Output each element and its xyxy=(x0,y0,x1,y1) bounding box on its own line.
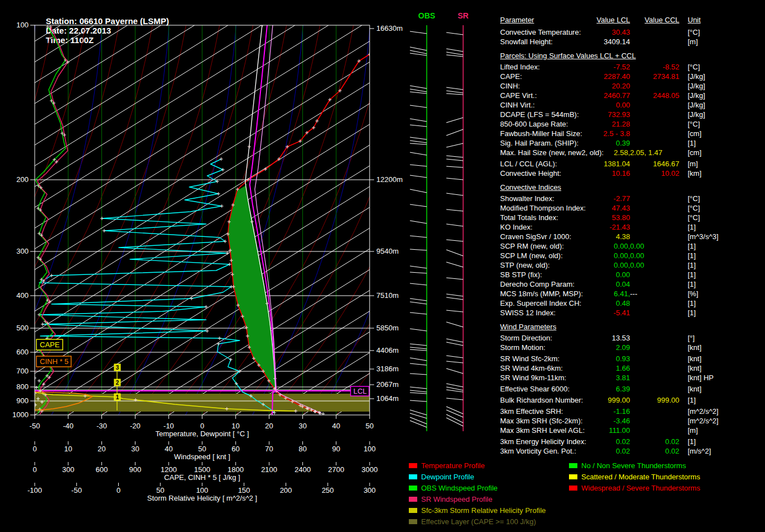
table-cell-unit: [J/kg] xyxy=(679,91,763,100)
table-cell-unit: [1] xyxy=(679,308,763,318)
table-cell-unit: [1] xyxy=(679,270,763,279)
table-cell-unit: [knt] xyxy=(679,384,763,394)
legend-item: OBS Windspeed Profile xyxy=(409,484,498,495)
table-cell-lbl: Max 3km SRH Level AGL: xyxy=(500,426,573,435)
table-row: CAPE Virt.:2460.772448.05[J/kg] xyxy=(500,91,763,100)
svg-text:50: 50 xyxy=(198,445,206,453)
sounding-app-window: Station: 06610 Payerne (LSMP) Date: 22.0… xyxy=(0,0,765,532)
table-cell-v1: 0.00, xyxy=(573,241,630,251)
table-cell-v1: 0.00 xyxy=(573,100,630,110)
svg-text:900: 900 xyxy=(129,465,142,474)
table-cell-v1: -7.52 xyxy=(573,62,630,72)
legend-label: Scattered / Moderate Thunderstorms xyxy=(581,473,700,481)
table-cell-lbl: Snowfall Height: xyxy=(500,37,573,46)
svg-text:250: 250 xyxy=(321,486,334,494)
table-row: CAPE:2287.402734.81[J/kg] xyxy=(500,72,763,81)
table-row: SR Wind 9km-11km:3.81[knt] HP xyxy=(500,373,763,382)
table-cell-v1: 0.48 xyxy=(573,298,630,308)
svg-text:20: 20 xyxy=(265,422,273,430)
table-cell-lbl: Max. Hail Size (new, new2, old): xyxy=(500,148,573,157)
legend-swatch xyxy=(569,463,577,468)
sr-wind-column: SR xyxy=(446,11,469,431)
table-row: Convective Height:10.1610.02[km] xyxy=(500,169,763,178)
table-row: 3km Vorticity Gen. Pot.:0.020.02[m/s^2] xyxy=(500,446,763,456)
table-cell-lbl: Exp. Supercell Index CH: xyxy=(500,298,573,308)
table-cell-unit: [1] xyxy=(679,251,763,260)
table-cell-v1: 30.43 xyxy=(573,27,630,37)
table-cell-unit: [°] xyxy=(679,333,763,343)
table-cell-lbl: SCP RM (new, old): xyxy=(500,241,573,251)
table-cell-v1: -5.41 xyxy=(573,308,630,318)
table-row: Snowfall Height:3409.14[m] xyxy=(500,37,763,46)
table-cell-v1: 0.00, xyxy=(573,251,630,260)
table-cell-v1: 0.02 xyxy=(573,446,630,456)
table-cell-v1: 999.00 xyxy=(573,395,630,405)
table-cell-lbl: 3km Effective SRH: xyxy=(500,407,573,416)
table-cell-v1: 2.09 xyxy=(573,343,630,352)
table-cell-v2: 2734.81 xyxy=(630,72,679,81)
legend-label: SR Windspeed Profile xyxy=(421,495,492,503)
table-cell-lbl: Storm Direction: xyxy=(500,333,573,343)
table-cell-lbl: CINH: xyxy=(500,81,573,91)
table-cell-unit: [°C] xyxy=(679,27,763,37)
table-row: SCP RM (new, old):0.00, 0.00[1] xyxy=(500,241,763,251)
height-tick-label: 1064m xyxy=(376,394,399,403)
svg-text:LCL: LCL xyxy=(353,387,367,395)
table-row: CINH:20.20[J/kg] xyxy=(500,81,763,91)
table-cell-unit: [J/kg] xyxy=(679,72,763,81)
legend-item: No / Non Severe Thunderstorms xyxy=(569,461,686,473)
table-cell-lbl: CINH Virt.: xyxy=(500,100,573,110)
height-tick-label: 16630m xyxy=(376,24,403,32)
table-cell-lbl: Modified Thompson Index: xyxy=(500,203,573,213)
table-cell-lbl: 3km Energy Helicity Index: xyxy=(500,437,573,446)
plot-area: 321 xyxy=(0,24,498,416)
table-cell-unit: [knt] HP xyxy=(679,373,763,382)
svg-text:0: 0 xyxy=(200,422,204,430)
table-row: Sig. Hail Param. (SHIP):0.39[1] xyxy=(500,138,763,148)
table-row: SB STP (fix):0.00[1] xyxy=(500,270,763,279)
table-cell-unit: [m] xyxy=(679,37,763,46)
x-axis-title: Windspeed [ knt ] xyxy=(174,452,230,461)
table-cell-v2: -8.52 xyxy=(630,62,679,72)
table-row: Lifted Index:-7.52-8.52[°C] xyxy=(500,62,763,72)
table-cell-lbl: SR Wind 9km-11km: xyxy=(500,373,573,382)
lcl-label: LCL xyxy=(351,386,369,396)
legend-item: Dewpoint Profile xyxy=(409,473,474,484)
table-row: 3km Effective SRH:-1.16[m^2/s^2] xyxy=(500,407,763,416)
table-cell-lbl: MCS 18m/s (MMP, MSP): xyxy=(500,289,573,298)
legend-label: Sfc-3km Storm Relative Helicity Profile xyxy=(421,506,546,515)
table-section-title: Parcels: Using Surface Values LCL + CCL xyxy=(500,51,763,60)
table-cell-v2: 10.02 xyxy=(630,169,679,178)
table-cell-lbl: Convective Height: xyxy=(500,169,573,178)
svg-text:50: 50 xyxy=(366,422,374,430)
table-row: 3km Energy Helicity Index:0.020.02[1] xyxy=(500,437,763,446)
table-cell-unit: [1] xyxy=(679,260,763,270)
table-cell-lbl: Derecho Comp Param: xyxy=(500,279,573,289)
pressure-tick-label: 400 xyxy=(16,291,29,300)
table-cell-unit: [knt] xyxy=(679,354,763,363)
table-cell-v1: 1.66 xyxy=(573,363,630,373)
legend-swatch xyxy=(409,497,417,502)
table-cell-v1: 0.02 xyxy=(573,437,630,446)
table-cell-v1: 13.53 xyxy=(573,333,630,343)
table-cell-v1: 6.39 xyxy=(573,384,630,394)
table-cell-unit: [m] xyxy=(679,426,763,435)
legend-label: OBS Windspeed Profile xyxy=(421,484,498,492)
pressure-tick-label: 500 xyxy=(16,324,29,332)
table-cell-unit: [cm] xyxy=(679,129,763,138)
parameter-table: ParameterValue LCLValue CCLUnitConvectiv… xyxy=(500,15,763,456)
svg-text:1200: 1200 xyxy=(161,465,177,474)
table-cell-v1: 2287.40 xyxy=(573,72,630,81)
table-cell-v1: -2.77 xyxy=(573,194,630,203)
svg-text:90: 90 xyxy=(332,445,340,453)
table-cell-v1: Value LCL xyxy=(573,15,630,25)
svg-text:SR: SR xyxy=(458,11,468,20)
svg-text:1800: 1800 xyxy=(227,465,244,474)
table-cell-v1: 20.20 xyxy=(573,81,630,91)
pressure-tick-label: 800 xyxy=(16,382,29,391)
svg-text:60: 60 xyxy=(232,445,240,453)
table-cell-lbl: SCP LM (new, old): xyxy=(500,251,573,260)
table-cell-unit: [1] xyxy=(679,437,763,446)
x-axis-title: Temperature, Dewpoint [ °C ] xyxy=(155,430,249,438)
table-cell-lbl: 3km Vorticity Gen. Pot.: xyxy=(500,446,573,456)
